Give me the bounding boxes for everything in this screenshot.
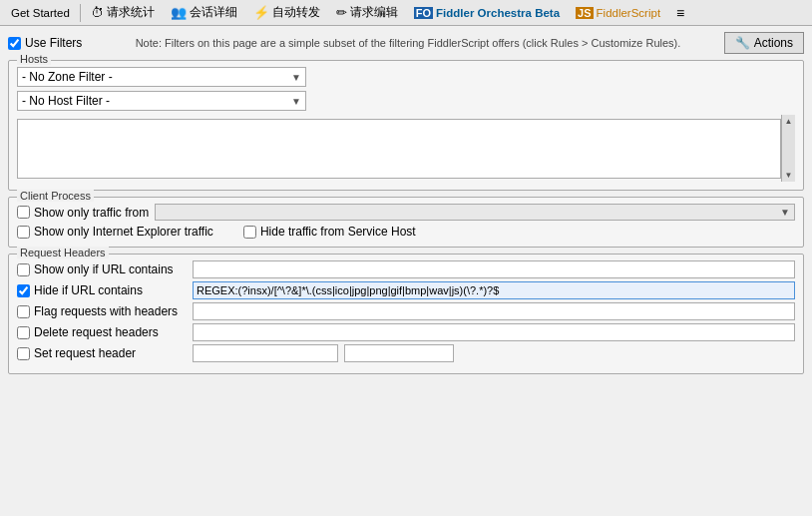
zone-filter-row: - No Zone Filter - ▼ — [17, 67, 795, 87]
url-contains-input[interactable] — [193, 260, 795, 278]
url-contains-label[interactable]: Show only if URL contains — [17, 262, 187, 276]
flag-headers-input[interactable] — [193, 302, 795, 320]
hide-service-checkbox[interactable] — [243, 226, 256, 239]
nav-auto-forward[interactable]: ⚡ 自动转发 — [246, 2, 327, 24]
delete-headers-label[interactable]: Delete request headers — [17, 325, 187, 339]
host-filter-label: - No Host Filter - — [22, 94, 110, 108]
use-filters-row: Use Filters Note: Filters on this page a… — [8, 32, 804, 54]
request-headers-section: Request Headers Show only if URL contain… — [8, 254, 804, 374]
rh-row-url-contains: Show only if URL contains — [17, 260, 795, 278]
actions-icon: 🔧 — [735, 36, 750, 50]
url-contains-text: Show only if URL contains — [34, 262, 174, 276]
js-icon: JS — [576, 7, 593, 19]
hosts-textarea-container: ▲ ▼ — [17, 115, 795, 182]
host-filter-arrow: ▼ — [291, 96, 301, 107]
show-traffic-label[interactable]: Show only traffic from — [17, 206, 149, 220]
auto-forward-icon: ⚡ — [253, 5, 269, 20]
use-filters-label: Use Filters — [25, 36, 82, 50]
filters-note: Note: Filters on this page are a simple … — [92, 37, 723, 49]
rh-row-delete-headers: Delete request headers — [17, 323, 795, 341]
flag-headers-checkbox[interactable] — [17, 305, 30, 318]
show-ie-text: Show only Internet Explorer traffic — [34, 225, 213, 239]
flag-headers-text: Flag requests with headers — [34, 304, 178, 318]
actions-label: Actions — [754, 36, 793, 50]
set-header-value-input[interactable] — [344, 344, 454, 362]
set-header-checkbox[interactable] — [17, 347, 30, 360]
show-traffic-text: Show only traffic from — [34, 206, 149, 220]
rh-row-hide-url: Hide if URL contains — [17, 281, 795, 299]
traffic-source-arrow: ▼ — [780, 207, 790, 218]
nav-request-stats[interactable]: ⏱ 请求统计 — [84, 2, 162, 24]
host-filter-row: - No Host Filter - ▼ — [17, 91, 795, 111]
rh-row-flag-headers: Flag requests with headers — [17, 302, 795, 320]
zone-filter-arrow: ▼ — [291, 72, 301, 83]
hosts-textarea[interactable] — [17, 119, 781, 179]
nav-divider-1 — [80, 4, 81, 22]
nav-fiddler-script[interactable]: JS FiddlerScript — [569, 2, 667, 24]
session-label: 会话详细 — [190, 5, 237, 20]
client-process-section: Client Process Show only traffic from ▼ … — [8, 197, 804, 248]
scroll-up-icon[interactable]: ▲ — [785, 117, 793, 126]
hosts-section: Hosts - No Zone Filter - ▼ - No Host Fil… — [8, 60, 804, 191]
menu-icon: ≡ — [676, 5, 684, 21]
hide-url-label[interactable]: Hide if URL contains — [17, 283, 187, 297]
show-ie-label[interactable]: Show only Internet Explorer traffic — [17, 225, 213, 239]
nav-session-detail[interactable]: 👥 会话详细 — [164, 2, 244, 24]
delete-headers-text: Delete request headers — [34, 325, 159, 339]
hosts-scrollbar: ▲ ▼ — [781, 115, 795, 182]
hide-url-input[interactable] — [193, 281, 795, 299]
zone-filter-label: - No Zone Filter - — [22, 70, 113, 84]
hide-service-label[interactable]: Hide traffic from Service Host — [243, 225, 416, 239]
req-stats-icon: ⏱ — [91, 5, 104, 20]
rh-row-set-header: Set request header — [17, 344, 795, 362]
ie-service-row: Show only Internet Explorer traffic Hide… — [17, 225, 795, 239]
js-label: FiddlerScript — [597, 7, 661, 19]
host-filter-dropdown[interactable]: - No Host Filter - ▼ — [17, 91, 306, 111]
nav-menu[interactable]: ≡ — [669, 2, 691, 24]
nav-fo-beta[interactable]: FO Fiddler Orchestra Beta — [407, 2, 567, 24]
hide-service-text: Hide traffic from Service Host — [260, 225, 416, 239]
fo-label: Fiddler Orchestra Beta — [436, 7, 560, 19]
hosts-title: Hosts — [17, 53, 51, 65]
hide-url-checkbox[interactable] — [17, 284, 30, 297]
url-contains-checkbox[interactable] — [17, 263, 30, 276]
fo-icon: FO — [414, 7, 433, 19]
use-filters-checkbox[interactable] — [8, 37, 21, 50]
traffic-source-dropdown[interactable]: ▼ — [155, 204, 795, 221]
flag-headers-label[interactable]: Flag requests with headers — [17, 304, 187, 318]
request-edit-label: 请求编辑 — [350, 5, 398, 20]
show-traffic-checkbox[interactable] — [17, 206, 30, 219]
hide-url-text: Hide if URL contains — [34, 283, 143, 297]
actions-button[interactable]: 🔧 Actions — [724, 32, 804, 54]
set-header-text: Set request header — [34, 346, 136, 360]
get-started-label: Get Started — [11, 7, 70, 19]
auto-forward-label: 自动转发 — [272, 5, 320, 20]
top-nav: Get Started ⏱ 请求统计 👥 会话详细 ⚡ 自动转发 ✏ 请求编辑 … — [0, 0, 812, 26]
delete-headers-checkbox[interactable] — [17, 326, 30, 339]
nav-request-edit[interactable]: ✏ 请求编辑 — [329, 2, 405, 24]
nav-get-started[interactable]: Get Started — [4, 2, 77, 24]
main-content: Use Filters Note: Filters on this page a… — [0, 26, 812, 516]
show-traffic-row: Show only traffic from ▼ — [17, 204, 795, 221]
zone-filter-dropdown[interactable]: - No Zone Filter - ▼ — [17, 67, 306, 87]
show-ie-checkbox[interactable] — [17, 226, 30, 239]
set-header-name-input[interactable] — [193, 344, 338, 362]
delete-headers-input[interactable] — [193, 323, 795, 341]
set-header-label[interactable]: Set request header — [17, 346, 187, 360]
req-stats-label: 请求统计 — [107, 5, 155, 20]
scroll-down-icon[interactable]: ▼ — [785, 171, 793, 180]
request-headers-title: Request Headers — [17, 247, 109, 258]
session-icon: 👥 — [171, 5, 187, 20]
use-filters-checkbox-label[interactable]: Use Filters — [8, 36, 82, 50]
edit-icon: ✏ — [336, 5, 347, 20]
client-process-title: Client Process — [17, 190, 94, 202]
